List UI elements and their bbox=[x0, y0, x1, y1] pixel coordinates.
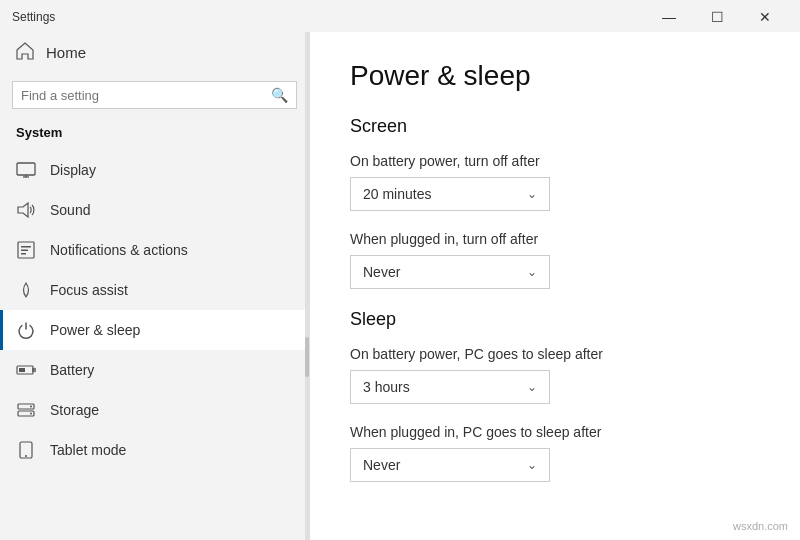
sidebar-item-storage[interactable]: Storage bbox=[0, 390, 309, 430]
search-box: 🔍 bbox=[12, 81, 297, 109]
sidebar-item-tablet[interactable]: Tablet mode bbox=[0, 430, 309, 470]
svg-point-15 bbox=[25, 455, 27, 457]
sidebar-label-power: Power & sleep bbox=[50, 322, 140, 338]
screen-battery-value: 20 minutes bbox=[363, 186, 431, 202]
home-label: Home bbox=[46, 44, 86, 61]
svg-rect-5 bbox=[21, 246, 31, 248]
sleep-battery-wrapper: On battery power, PC goes to sleep after… bbox=[350, 346, 760, 404]
sidebar-item-notifications[interactable]: Notifications & actions bbox=[0, 230, 309, 270]
sidebar-item-display[interactable]: Display bbox=[0, 150, 309, 190]
screen-plugged-chevron: ⌄ bbox=[527, 265, 537, 279]
sidebar-item-power[interactable]: Power & sleep bbox=[0, 310, 309, 350]
sleep-battery-value: 3 hours bbox=[363, 379, 410, 395]
sidebar-label-tablet: Tablet mode bbox=[50, 442, 126, 458]
screen-battery-label: On battery power, turn off after bbox=[350, 153, 760, 169]
screen-battery-chevron: ⌄ bbox=[527, 187, 537, 201]
tablet-icon bbox=[16, 440, 36, 460]
svg-rect-0 bbox=[17, 163, 35, 175]
scrollbar-track bbox=[305, 32, 309, 540]
title-bar: Settings — ☐ ✕ bbox=[0, 0, 800, 32]
sleep-battery-dropdown[interactable]: 3 hours ⌄ bbox=[350, 370, 550, 404]
svg-rect-7 bbox=[21, 253, 26, 255]
sidebar-item-focus[interactable]: Focus assist bbox=[0, 270, 309, 310]
sidebar-label-storage: Storage bbox=[50, 402, 99, 418]
sidebar-section-header: System bbox=[0, 119, 309, 146]
focus-icon bbox=[16, 280, 36, 300]
sidebar-label-notifications: Notifications & actions bbox=[50, 242, 188, 258]
sleep-battery-label: On battery power, PC goes to sleep after bbox=[350, 346, 760, 362]
app-title: Settings bbox=[12, 10, 55, 24]
sidebar-label-focus: Focus assist bbox=[50, 282, 128, 298]
minimize-button[interactable]: — bbox=[646, 4, 692, 30]
sidebar-item-sound[interactable]: Sound bbox=[0, 190, 309, 230]
window-controls: — ☐ ✕ bbox=[646, 4, 788, 30]
screen-battery-dropdown[interactable]: 20 minutes ⌄ bbox=[350, 177, 550, 211]
content-area: Power & sleep Screen On battery power, t… bbox=[310, 32, 800, 540]
power-icon bbox=[16, 320, 36, 340]
notifications-icon bbox=[16, 240, 36, 260]
display-icon bbox=[16, 160, 36, 180]
sidebar-label-display: Display bbox=[50, 162, 96, 178]
sidebar-item-battery[interactable]: Battery bbox=[0, 350, 309, 390]
screen-battery-wrapper: On battery power, turn off after 20 minu… bbox=[350, 153, 760, 211]
sleep-plugged-wrapper: When plugged in, PC goes to sleep after … bbox=[350, 424, 760, 482]
sidebar: Home 🔍 System Display bbox=[0, 32, 310, 540]
svg-point-13 bbox=[30, 413, 32, 415]
sleep-plugged-chevron: ⌄ bbox=[527, 458, 537, 472]
screen-plugged-value: Never bbox=[363, 264, 400, 280]
app-body: Home 🔍 System Display bbox=[0, 32, 800, 540]
sleep-battery-chevron: ⌄ bbox=[527, 380, 537, 394]
sleep-plugged-label: When plugged in, PC goes to sleep after bbox=[350, 424, 760, 440]
screen-plugged-dropdown[interactable]: Never ⌄ bbox=[350, 255, 550, 289]
scrollbar-thumb[interactable] bbox=[305, 337, 309, 377]
screen-section-title: Screen bbox=[350, 116, 760, 137]
search-icon[interactable]: 🔍 bbox=[271, 87, 288, 103]
search-input[interactable] bbox=[21, 88, 265, 103]
home-icon bbox=[16, 42, 34, 63]
screen-plugged-wrapper: When plugged in, turn off after Never ⌄ bbox=[350, 231, 760, 289]
sleep-section-title: Sleep bbox=[350, 309, 760, 330]
sleep-plugged-dropdown[interactable]: Never ⌄ bbox=[350, 448, 550, 482]
svg-rect-6 bbox=[21, 250, 28, 252]
svg-rect-9 bbox=[19, 368, 25, 372]
svg-point-12 bbox=[30, 406, 32, 408]
close-button[interactable]: ✕ bbox=[742, 4, 788, 30]
page-title: Power & sleep bbox=[350, 60, 760, 92]
battery-icon bbox=[16, 360, 36, 380]
sidebar-label-sound: Sound bbox=[50, 202, 90, 218]
sidebar-home[interactable]: Home bbox=[0, 32, 309, 73]
maximize-button[interactable]: ☐ bbox=[694, 4, 740, 30]
svg-marker-3 bbox=[18, 203, 28, 217]
sidebar-label-battery: Battery bbox=[50, 362, 94, 378]
sleep-plugged-value: Never bbox=[363, 457, 400, 473]
screen-plugged-label: When plugged in, turn off after bbox=[350, 231, 760, 247]
sound-icon bbox=[16, 200, 36, 220]
storage-icon bbox=[16, 400, 36, 420]
